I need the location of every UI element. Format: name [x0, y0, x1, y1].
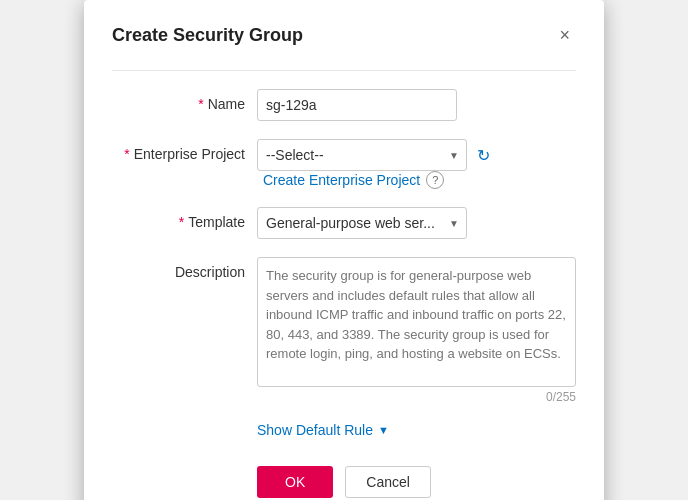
dialog-footer: OK Cancel [112, 462, 576, 498]
description-control-wrap: 0/255 [257, 257, 576, 404]
header-divider [112, 70, 576, 71]
show-default-rule-arrow-icon: ▼ [378, 424, 389, 436]
show-default-rule-link[interactable]: Show Default Rule [257, 422, 373, 438]
name-row: *Name [112, 89, 576, 121]
name-required-star: * [198, 96, 203, 112]
name-input[interactable] [257, 89, 457, 121]
enterprise-project-control-wrap: --Select-- ▼ ↻ Create Enterprise Project… [257, 139, 576, 189]
dialog-title: Create Security Group [112, 25, 303, 46]
enterprise-project-label: *Enterprise Project [112, 139, 257, 162]
description-textarea[interactable] [257, 257, 576, 387]
help-icon[interactable]: ? [426, 171, 444, 189]
refresh-button[interactable]: ↻ [475, 146, 492, 165]
name-label: *Name [112, 89, 257, 112]
ok-button[interactable]: OK [257, 466, 333, 498]
char-count: 0/255 [257, 390, 576, 404]
enterprise-project-required-star: * [124, 146, 129, 162]
template-label: *Template [112, 207, 257, 230]
enterprise-project-select-wrap: --Select-- ▼ [257, 139, 467, 171]
template-required-star: * [179, 214, 184, 230]
enterprise-project-row: *Enterprise Project --Select-- ▼ ↻ Creat… [112, 139, 576, 189]
name-control-wrap [257, 89, 576, 121]
description-label: Description [112, 257, 257, 280]
template-control-wrap: General-purpose web ser... ▼ [257, 207, 576, 239]
dialog-header: Create Security Group × [112, 24, 576, 46]
cancel-button[interactable]: Cancel [345, 466, 431, 498]
show-default-rule-row: Show Default Rule ▼ [257, 422, 576, 438]
template-select[interactable]: General-purpose web ser... [257, 207, 467, 239]
description-row: Description 0/255 [112, 257, 576, 404]
template-select-wrap: General-purpose web ser... ▼ [257, 207, 467, 239]
template-row: *Template General-purpose web ser... ▼ [112, 207, 576, 239]
create-security-group-dialog: Create Security Group × *Name *Enterpris… [84, 0, 604, 500]
create-enterprise-project-link[interactable]: Create Enterprise Project [263, 172, 420, 188]
enterprise-project-select[interactable]: --Select-- [257, 139, 467, 171]
close-button[interactable]: × [553, 24, 576, 46]
